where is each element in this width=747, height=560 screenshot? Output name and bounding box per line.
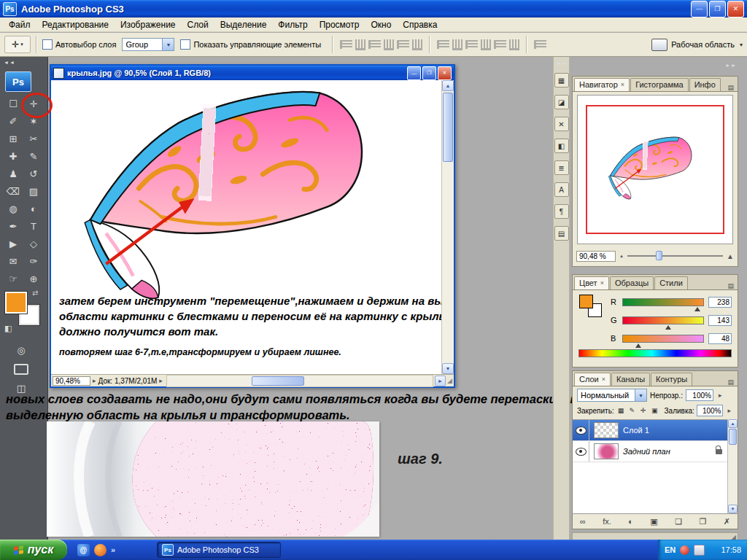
info-dock-icon[interactable]: ▤ [554, 226, 569, 241]
auto-select-checkbox[interactable] [42, 39, 53, 50]
histogram-dock-icon[interactable]: ◪ [554, 95, 569, 109]
tab-styles[interactable]: Стили [654, 276, 688, 289]
spinner-icon[interactable]: ▸ [93, 377, 96, 384]
tab-info[interactable]: Инфо [689, 78, 721, 91]
chevron-down-icon[interactable]: ▾ [740, 42, 743, 48]
menu-window[interactable]: Окно [365, 18, 397, 31]
background-layer-name[interactable]: Задний план [623, 447, 670, 456]
tab-close-icon[interactable]: × [602, 376, 605, 383]
tab-close-icon[interactable]: × [621, 81, 624, 88]
tray-icon-1[interactable] [680, 545, 689, 555]
tool-healing-brush[interactable]: ✚ [3, 147, 23, 165]
layer-mask-icon[interactable]: ▣ [650, 517, 657, 526]
panel-menu-icon[interactable]: ▤ [727, 378, 734, 386]
lock-all-icon[interactable]: ▣ [650, 407, 659, 414]
tool-preset-button[interactable]: ✛ ▾ [4, 36, 31, 53]
distribute-top-icon[interactable] [437, 40, 449, 49]
navigator-dock-icon[interactable]: ▦ [554, 73, 569, 88]
align-middle-icon[interactable] [355, 39, 365, 50]
tab-close-icon[interactable]: × [600, 279, 604, 287]
menu-edit[interactable]: Редактирование [36, 18, 115, 31]
tool-hand[interactable]: ☞ [3, 270, 23, 287]
spinner-icon[interactable]: ▸ [719, 392, 722, 399]
tool-blur[interactable]: ◍ [3, 200, 23, 217]
background-layer-thumbnail[interactable] [594, 443, 619, 459]
scroll-right-icon[interactable]: ► [435, 376, 446, 386]
blue-value-field[interactable]: 48 [708, 333, 732, 344]
layer-row-2[interactable]: Задний план [573, 441, 728, 462]
distribute-left-icon[interactable] [481, 39, 491, 50]
distribute-center-icon[interactable] [494, 40, 506, 49]
navigator-zoom-slider[interactable] [627, 255, 723, 257]
scroll-up-icon[interactable]: ▲ [442, 80, 454, 91]
auto-align-icon[interactable] [534, 40, 546, 49]
navigator-view-box[interactable] [586, 105, 724, 234]
menu-image[interactable]: Изображение [115, 18, 182, 31]
tab-paths[interactable]: Контуры [651, 373, 692, 386]
start-button[interactable]: пуск [0, 540, 67, 560]
swatches-dock-icon[interactable]: ◧ [554, 139, 569, 153]
tab-histogram[interactable]: Гистограмма [630, 78, 689, 91]
opacity-field[interactable]: 100% [686, 389, 713, 401]
red-slider-thumb[interactable] [694, 304, 700, 311]
messenger-icon[interactable]: @ [77, 544, 90, 556]
adjustment-layer-icon[interactable]: ◐ [628, 517, 633, 526]
layer-comps-dock-icon[interactable]: ≣ [554, 160, 569, 175]
collapse-tools-icon[interactable]: ◄◄ [4, 60, 15, 65]
group-select[interactable]: Group ▼ [122, 38, 174, 51]
zoom-in-icon[interactable]: ▲ [727, 252, 734, 260]
panel-foreground-swatch[interactable] [579, 295, 593, 308]
tool-dodge[interactable]: ◐ [23, 200, 44, 217]
show-controls-checkbox[interactable] [180, 39, 190, 50]
layers-scrollbar[interactable]: ▲ ▼ [727, 419, 738, 513]
layer-group-icon[interactable]: ❏ [675, 517, 682, 526]
zoom-level-field[interactable]: 90,48% [53, 376, 90, 386]
lock-transparency-icon[interactable]: ▦ [616, 407, 625, 414]
layer-1-thumbnail[interactable] [594, 422, 619, 438]
distribute-right-icon[interactable] [509, 39, 519, 50]
align-top-icon[interactable] [340, 40, 352, 49]
tool-path-selection[interactable]: ▶ [3, 235, 23, 252]
minimize-button[interactable]: — [691, 1, 708, 18]
navigator-preview[interactable] [577, 95, 733, 244]
green-slider[interactable] [622, 316, 704, 324]
link-layers-icon[interactable]: ∞ [580, 517, 586, 526]
tool-brush[interactable]: ✎ [23, 147, 44, 165]
menu-select[interactable]: Выделение [214, 18, 273, 31]
tool-eyedropper[interactable]: ✑ [23, 252, 44, 270]
blue-slider-thumb[interactable] [635, 341, 641, 348]
panel-menu-icon[interactable]: ▤ [727, 84, 734, 91]
quick-mask-button[interactable]: ◎ [10, 343, 32, 357]
distribute-bottom-icon[interactable] [465, 40, 478, 49]
tab-swatches[interactable]: Образцы [610, 276, 654, 289]
menu-view[interactable]: Просмотр [314, 18, 365, 31]
tray-icon-2[interactable] [694, 545, 705, 556]
zoom-slider-thumb[interactable] [656, 251, 662, 260]
blend-mode-select[interactable]: Нормальный ▼ [577, 389, 647, 402]
lock-position-icon[interactable]: ✛ [639, 407, 648, 414]
lock-pixels-icon[interactable]: ✎ [627, 407, 636, 414]
blue-slider[interactable] [622, 335, 704, 343]
menu-filter[interactable]: Фильтр [272, 18, 313, 31]
tool-crop[interactable]: ⊞ [3, 130, 23, 147]
resize-grip-icon[interactable]: ◢ [447, 377, 452, 384]
layer-style-icon[interactable]: fx. [603, 517, 611, 526]
swap-colors-icon[interactable]: ⇄ [32, 289, 38, 297]
close-button[interactable]: ✕ [727, 1, 744, 18]
tool-pen[interactable]: ✒ [3, 217, 23, 235]
tool-rectangular-marquee[interactable]: ☐ [3, 95, 23, 112]
tool-type[interactable]: T [23, 217, 44, 235]
spinner-icon[interactable]: ▸ [159, 377, 163, 384]
tab-channels[interactable]: Каналы [611, 373, 650, 386]
collapse-panels-icon[interactable]: ►► [725, 63, 737, 68]
fill-field[interactable]: 100% [697, 405, 724, 416]
scroll-down-icon[interactable]: ▼ [728, 505, 738, 513]
menu-help[interactable]: Справка [397, 18, 443, 31]
tool-zoom[interactable]: ⊕ [23, 270, 44, 287]
scrollbar-thumb[interactable] [443, 93, 453, 162]
paragraph-dock-icon[interactable]: ¶ [554, 204, 569, 219]
collapse-dock-icon[interactable]: ◄◄ [554, 61, 569, 66]
doc-close-button[interactable]: ✕ [438, 66, 452, 80]
character-dock-icon[interactable]: A [554, 182, 569, 197]
overflow-chevron-icon[interactable]: » [111, 545, 115, 554]
